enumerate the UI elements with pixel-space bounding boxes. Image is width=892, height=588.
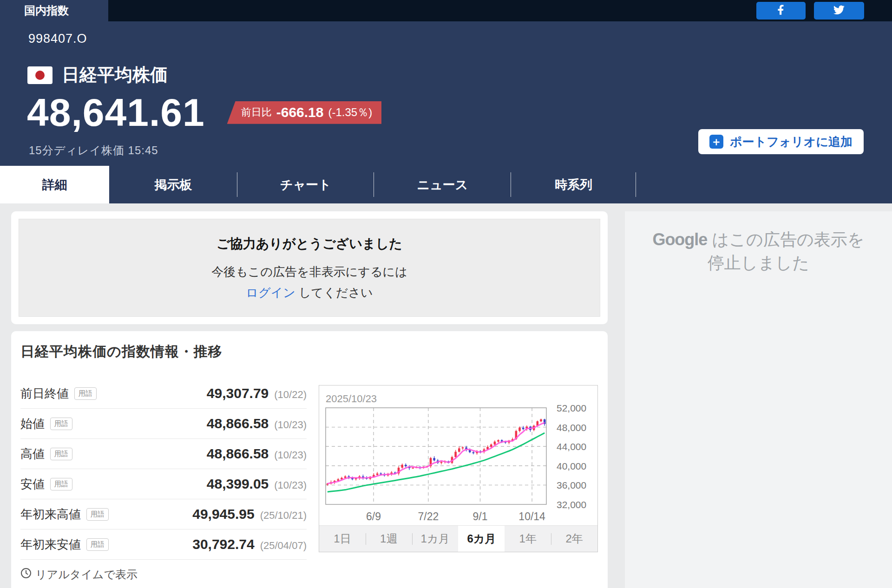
period-label: 6カ月 <box>467 531 496 546</box>
clock-icon <box>20 568 32 581</box>
row-label: 高値 <box>20 446 45 462</box>
table-row: 年初来安値 用語 30,792.74(25/04/07) <box>20 529 307 560</box>
period-1week[interactable]: 1週 <box>366 526 412 552</box>
svg-text:7/22: 7/22 <box>418 510 439 523</box>
login-link[interactable]: ログイン <box>246 286 295 300</box>
period-label: 1週 <box>380 531 397 546</box>
row-label: 年初来高値 <box>20 506 81 523</box>
facebook-icon <box>775 4 787 18</box>
row-label: 安値 <box>20 476 45 492</box>
period-6month[interactable]: 6カ月 <box>458 526 505 552</box>
svg-text:40,000: 40,000 <box>557 461 586 471</box>
table-row: 始値 用語 48,866.58(10/23) <box>20 409 307 439</box>
stock-code: 998407.O <box>28 32 87 46</box>
row-date: (10/23) <box>274 449 307 461</box>
period-label: 1年 <box>519 531 537 546</box>
side-ad-line1: はこの広告の表示を <box>712 230 864 249</box>
svg-text:9/1: 9/1 <box>473 510 488 523</box>
glossary-badge[interactable]: 用語 <box>86 508 109 521</box>
tab-detail[interactable]: 詳細 <box>0 166 109 203</box>
realtime-link[interactable]: リアルタイムで表示 <box>20 567 138 582</box>
period-2year[interactable]: 2年 <box>551 526 597 552</box>
price-change-badge: 前日比 -666.18 (-1.35％) <box>227 101 381 124</box>
tab-label: 時系列 <box>555 176 592 193</box>
glossary-badge[interactable]: 用語 <box>74 387 97 400</box>
ad-banner-card: ご協力ありがとうございました 今後もこの広告を非表示にするには ログイン してく… <box>11 211 608 324</box>
stock-header: 998407.O 日経平均株価 48,641.61 前日比 -666.18 (-… <box>0 21 892 166</box>
row-value: 30,792.74 <box>192 536 254 552</box>
row-label: 始値 <box>20 416 45 432</box>
stock-name-row: 日経平均株価 <box>28 63 168 87</box>
twitter-icon <box>833 3 846 18</box>
current-price: 48,641.61 <box>27 91 205 134</box>
realtime-label: リアルタイムで表示 <box>35 567 138 582</box>
glossary-badge[interactable]: 用語 <box>50 418 72 430</box>
add-to-portfolio-label: ポートフォリオに追加 <box>730 134 853 150</box>
ad-login-line: ログイン してください <box>246 285 373 301</box>
facebook-share-button[interactable] <box>756 2 806 20</box>
row-label: 前日終値 <box>20 385 69 402</box>
row-date: (10/23) <box>274 419 307 431</box>
row-date: (10/22) <box>274 389 307 401</box>
page-content: ご協力ありがとうございました 今後もこの広告を非表示にするには ログイン してく… <box>0 203 892 588</box>
row-value: 48,866.58 <box>207 446 269 462</box>
table-row: 高値 用語 48,866.58(10/23) <box>20 439 307 469</box>
tab-bar-filler <box>636 166 892 203</box>
price-chart[interactable]: 2025/10/236/97/229/110/1452,00048,00044,… <box>319 385 597 526</box>
svg-text:44,000: 44,000 <box>557 441 586 452</box>
row-date: (10/23) <box>274 479 307 491</box>
google-logo-text: Google <box>652 230 707 249</box>
category-tab-label: 国内指数 <box>24 3 69 18</box>
change-percent: (-1.35％) <box>328 105 372 120</box>
add-to-portfolio-button[interactable]: ＋ ポートフォリオに追加 <box>698 129 864 154</box>
chart-period-bar: 1日 1週 1カ月 6カ月 1年 2年 <box>319 525 597 552</box>
top-bar: 国内指数 <box>0 0 892 21</box>
row-label: 年初来安値 <box>20 536 81 553</box>
table-row: 前日終値 用語 49,307.79(10/22) <box>20 379 307 409</box>
tab-label: 掲示板 <box>155 176 192 193</box>
price-chart-card: 2025/10/236/97/229/110/1452,00048,00044,… <box>319 385 598 552</box>
glossary-badge[interactable]: 用語 <box>86 538 109 551</box>
japan-flag-icon <box>28 67 52 83</box>
svg-text:32,000: 32,000 <box>557 499 586 510</box>
tab-separator <box>636 172 636 197</box>
period-label: 2年 <box>565 531 583 546</box>
delay-note: 15分ディレイ株価 15:45 <box>29 143 158 158</box>
tab-chart[interactable]: チャート <box>237 166 374 203</box>
row-value: 48,866.58 <box>207 416 269 431</box>
row-date: (25/10/21) <box>260 510 307 522</box>
plus-icon: ＋ <box>709 135 723 149</box>
period-1year[interactable]: 1年 <box>505 526 551 552</box>
stock-name: 日経平均株価 <box>62 63 168 87</box>
ad-line: 今後もこの広告を非表示にするには <box>211 264 407 280</box>
glossary-badge[interactable]: 用語 <box>50 448 72 460</box>
svg-text:10/14: 10/14 <box>518 510 545 523</box>
side-ad-text: Google はこの広告の表示を 停止しました <box>652 228 864 275</box>
breadcrumb-category-tab[interactable]: 国内指数 <box>0 0 108 21</box>
index-info-table: 前日終値 用語 49,307.79(10/22) 始値 用語 48,866.58… <box>20 379 307 560</box>
svg-text:2025/10/23: 2025/10/23 <box>326 393 377 405</box>
tab-timeseries[interactable]: 時系列 <box>511 166 636 203</box>
tab-label: ニュース <box>417 176 468 193</box>
period-label: 1カ月 <box>421 531 450 546</box>
change-value: -666.18 <box>276 105 324 120</box>
price-row: 48,641.61 前日比 -666.18 (-1.35％) <box>27 91 381 134</box>
period-1month[interactable]: 1カ月 <box>412 526 459 552</box>
ad-banner: ご協力ありがとうございました 今後もこの広告を非表示にするには ログイン してく… <box>19 219 600 317</box>
twitter-share-button[interactable] <box>814 2 864 20</box>
change-label: 前日比 <box>241 105 272 119</box>
row-value: 49,307.79 <box>207 385 269 401</box>
period-label: 1日 <box>334 531 351 546</box>
glossary-badge[interactable]: 用語 <box>50 478 72 490</box>
svg-text:52,000: 52,000 <box>557 403 586 413</box>
index-info-card: 日経平均株価の指数情報・推移 前日終値 用語 49,307.79(10/22) … <box>11 331 608 588</box>
svg-text:48,000: 48,000 <box>557 422 586 433</box>
row-date: (25/04/07) <box>260 540 307 552</box>
side-ad-line2: 停止しました <box>708 253 809 272</box>
tab-label: 詳細 <box>42 176 67 193</box>
section-title: 日経平均株価の指数情報・推移 <box>20 342 223 361</box>
period-1day[interactable]: 1日 <box>319 526 366 552</box>
side-ad-panel: Google はこの広告の表示を 停止しました <box>625 211 892 588</box>
tab-news[interactable]: ニュース <box>374 166 511 203</box>
tab-board[interactable]: 掲示板 <box>109 166 237 203</box>
